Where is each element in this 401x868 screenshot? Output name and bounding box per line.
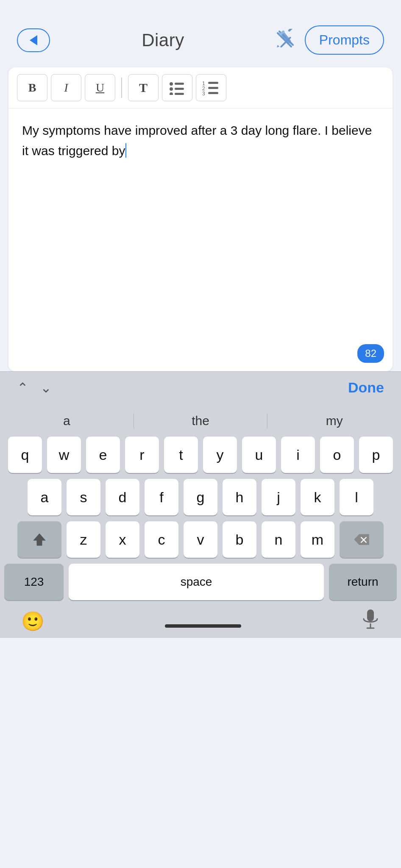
underline-button[interactable]: U [85,74,115,101]
key-k[interactable]: k [301,479,334,515]
key-z[interactable]: z [67,521,100,558]
key-j[interactable]: j [262,479,295,515]
svg-rect-11 [175,88,184,90]
editor-container: B I U T 1 2 3 [8,67,393,371]
key-m[interactable]: m [301,521,334,558]
microphone-button[interactable] [361,609,380,634]
key-u[interactable]: u [242,437,276,473]
italic-button[interactable]: I [51,74,81,101]
title-button[interactable]: T [128,74,159,101]
svg-text:3: 3 [202,91,205,95]
svg-rect-15 [208,82,218,84]
key-h[interactable]: h [223,479,256,515]
key-row-3: z x c v b n m [4,521,397,558]
key-g[interactable]: g [184,479,217,515]
editor-content: My symptoms have improved after a 3 day … [22,120,379,161]
key-row-1: q w e r t y u i o p [4,437,397,473]
key-row-bottom: 123 space return [4,564,397,600]
nav-up-button[interactable]: ⌃ [17,380,28,396]
key-y[interactable]: y [203,437,237,473]
key-t[interactable]: t [164,437,198,473]
shift-key[interactable] [17,521,61,558]
keyboard-rows: q w e r t y u i o p a s d f g h j k l [0,437,401,600]
svg-point-12 [170,92,173,95]
key-r[interactable]: r [125,437,159,473]
key-q[interactable]: q [8,437,42,473]
key-s[interactable]: s [67,479,100,515]
suggestion-1[interactable]: the [134,411,267,431]
key-row-2: a s d f g h j k l [4,479,397,515]
key-f[interactable]: f [145,479,178,515]
svg-marker-2 [277,45,279,47]
svg-rect-1 [288,29,293,32]
svg-point-8 [170,82,173,86]
key-x[interactable]: x [106,521,139,558]
formatting-toolbar: B I U T 1 2 3 [8,67,393,108]
key-c[interactable]: c [145,521,178,558]
backspace-key[interactable] [340,521,384,558]
keyboard-accessory-bar: ⌃ ⌄ Done [0,371,401,403]
key-o[interactable]: o [320,437,354,473]
edit-icon[interactable] [276,29,296,51]
suggestions-bar: a the my [0,403,401,437]
svg-point-10 [170,87,173,91]
nav-arrows: ⌃ ⌄ [17,380,52,396]
home-indicator [165,624,241,628]
back-arrow-icon [30,35,37,45]
return-key[interactable]: return [329,564,397,600]
back-button[interactable] [17,28,50,52]
key-e[interactable]: e [86,437,120,473]
space-key[interactable]: space [69,564,324,600]
num-key[interactable]: 123 [4,564,64,600]
suggestion-2[interactable]: my [267,411,401,431]
svg-rect-19 [208,92,218,94]
emoji-button[interactable]: 🙂 [21,610,45,632]
key-v[interactable]: v [184,521,217,558]
svg-rect-17 [208,87,218,89]
key-n[interactable]: n [262,521,295,558]
key-b[interactable]: b [223,521,256,558]
numbered-list-button[interactable]: 1 2 3 [196,74,226,101]
nav-down-button[interactable]: ⌄ [40,380,52,396]
bullet-list-button[interactable] [162,74,192,101]
page-title: Diary [142,30,184,50]
text-cursor [125,143,126,158]
top-right-actions: Prompts [276,25,384,55]
key-i[interactable]: i [281,437,315,473]
bold-button[interactable]: B [17,74,47,101]
bottom-bar: 🙂 [0,600,401,638]
char-count-badge: 82 [357,344,384,363]
svg-rect-9 [175,83,184,85]
top-bar: Diary Prompts [0,0,401,63]
editor-text: My symptoms have improved after a 3 day … [22,123,372,158]
text-editor[interactable]: My symptoms have improved after a 3 day … [8,108,393,371]
key-p[interactable]: p [359,437,393,473]
toolbar-divider [121,78,122,98]
svg-rect-13 [175,93,184,95]
key-w[interactable]: w [47,437,81,473]
key-l[interactable]: l [340,479,373,515]
suggestion-0[interactable]: a [0,411,134,431]
key-d[interactable]: d [106,479,139,515]
svg-marker-20 [33,534,45,545]
keyboard: a the my q w e r t y u i o p a s d f g h… [0,403,401,600]
key-a[interactable]: a [28,479,61,515]
svg-rect-23 [367,609,374,621]
done-button[interactable]: Done [348,379,384,396]
prompts-button[interactable]: Prompts [305,25,384,55]
